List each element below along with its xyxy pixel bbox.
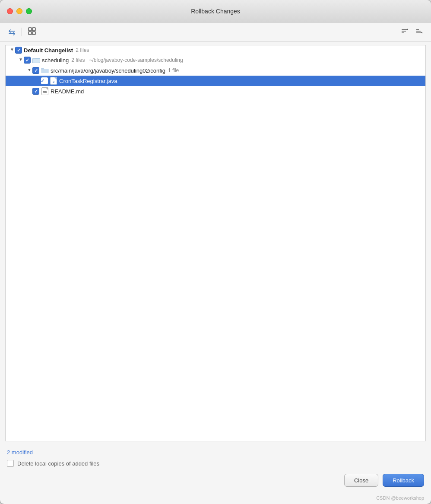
svg-rect-3 [32,32,35,35]
scheduling-label: scheduling [42,57,69,64]
crontask-checkbox[interactable]: ✓ [41,77,48,84]
expand-icon [28,27,36,37]
minimize-traffic-light[interactable] [16,8,22,14]
svg-rect-16 [41,69,49,73]
bottom-area: 2 modified Delete local copies of added … [0,445,431,495]
svg-rect-13 [33,59,40,63]
svg-rect-1 [32,28,35,31]
crontask-label: CronTaskRegistrar.java [59,78,117,84]
scheduling-meta: 2 files ~/blog/javaboy-code-samples/sche… [71,57,183,63]
chevron-down-icon: ▼ [9,47,15,53]
svg-rect-0 [29,28,32,31]
transfer-button[interactable]: ⇄ [5,26,18,38]
delete-local-label: Delete local copies of added files [17,460,99,467]
spacer-chevron: ▼ [35,78,41,84]
window-title: Rollback Changes [191,8,240,15]
toolbar: ⇄ [0,22,431,41]
readme-checkbox[interactable] [32,88,39,95]
config-label: src/main/java/org/javaboy/scheduling02/c… [51,67,165,74]
scheduling-folder-row[interactable]: ▼ scheduling 2 files ~/blog/javaboy-code… [6,55,425,65]
java-file-icon: J [50,77,57,85]
changelist-meta: 2 files [76,47,89,53]
toolbar-right [398,26,426,38]
folder-icon-2 [41,67,49,74]
close-traffic-light[interactable] [7,8,13,14]
crontask-file-row[interactable]: ▼ ✓ J CronTaskRegistrar.java [6,76,425,86]
config-folder-row[interactable]: ▼ src/main/java/org/javaboy/scheduling02… [6,65,425,76]
chevron-down-icon-3: ▼ [26,67,32,73]
changelist-checkbox[interactable] [15,47,22,54]
scheduling-checkbox[interactable] [24,57,31,64]
changelist-row[interactable]: ▼ Default Changelist 2 files [6,45,425,55]
transfer-icon: ⇄ [8,27,16,37]
folder-icon [32,56,40,64]
toolbar-separator [22,28,22,36]
modified-count: 2 modified [7,449,424,456]
delete-local-row: Delete local copies of added files [7,460,424,467]
sort-asc-icon [401,27,409,37]
maximize-traffic-light[interactable] [26,8,32,14]
traffic-lights [7,8,32,14]
svg-rect-2 [29,32,32,35]
sort-desc-icon [415,27,423,37]
config-meta: 1 file [168,67,179,73]
titlebar: Rollback Changes [0,0,431,22]
sort-asc-button[interactable] [398,26,411,38]
config-checkbox[interactable] [32,67,39,74]
buttons-row: Close Rollback [7,474,424,495]
rollback-changes-dialog: Rollback Changes ⇄ [0,0,431,504]
readme-label: README.md [51,88,84,95]
sort-desc-button[interactable] [413,26,426,38]
changelist-label: Default Changelist [24,47,73,54]
close-button[interactable]: Close [344,474,378,487]
readme-file-row[interactable]: ▼ MD README.md [6,86,425,96]
chevron-down-icon-2: ▼ [18,57,24,63]
md-file-icon: MD [41,87,49,95]
watermark: CSDN @beeworkshop [0,495,431,504]
spacer-chevron-2: ▼ [26,88,32,94]
file-tree[interactable]: ▼ Default Changelist 2 files ▼ schedulin… [5,45,426,441]
expand-button[interactable] [25,26,38,38]
rollback-button[interactable]: Rollback [383,474,424,487]
delete-local-checkbox[interactable] [7,460,14,467]
